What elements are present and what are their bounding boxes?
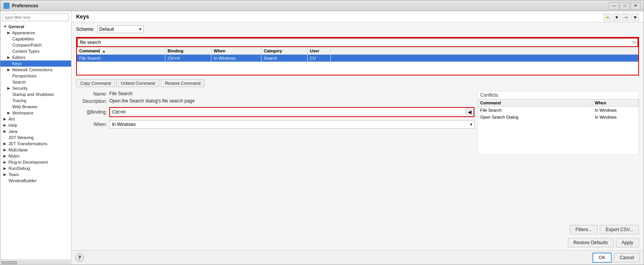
sidebar-item-content-types[interactable]: Content Types <box>0 48 71 54</box>
search-input[interactable] <box>77 38 638 47</box>
arrow-icon <box>7 92 11 96</box>
arrow-icon <box>7 99 11 102</box>
arrow-icon: ▼ <box>3 25 7 29</box>
maximize-button[interactable]: □ <box>620 2 630 10</box>
details-area: Name: File Search Description: Open the … <box>76 91 639 155</box>
sidebar-item-ant[interactable]: ▶ Ant <box>0 116 71 122</box>
sidebar-item-network-connections[interactable]: ▶ Network Connections <box>0 67 71 73</box>
conflicts-row[interactable]: File Search In Windows <box>478 107 639 114</box>
arrow-icon <box>7 80 11 84</box>
cell-when: In Windows <box>211 55 261 62</box>
cell-binding: Ctrl+H <box>165 55 211 62</box>
scrollbar-track[interactable] <box>1 261 70 264</box>
sidebar-item-general[interactable]: ▼ General <box>0 23 71 30</box>
filter-input[interactable] <box>3 13 69 21</box>
command-buttons: Copy Command Unbind Command Restore Comm… <box>76 79 639 87</box>
arrow-icon: ▶ <box>3 129 7 133</box>
minimize-button[interactable]: — <box>609 2 619 10</box>
close-button[interactable]: ✕ <box>631 2 641 10</box>
sidebar-item-windowbuilder[interactable]: WindowBuilder <box>0 178 71 184</box>
scheme-select[interactable]: Default Emacs <box>97 25 143 33</box>
restore-command-button[interactable]: Restore Command <box>161 79 205 87</box>
scheme-row: Scheme: Default Emacs ▼ <box>76 25 639 33</box>
conflicts-cell-when: In Windows <box>592 114 639 121</box>
arrow-icon: ▶ <box>3 154 7 158</box>
conflicts-table-header: Command When <box>478 99 639 107</box>
sidebar-item-search[interactable]: Search <box>0 79 71 85</box>
main-content: Scheme: Default Emacs ▼ ✏ <box>72 22 644 250</box>
sidebar-item-help[interactable]: ▶ Help <box>0 122 71 128</box>
forward-button[interactable]: ➡ <box>622 13 630 21</box>
page-title: Keys <box>76 13 89 20</box>
dropdown2-button[interactable]: ▼ <box>631 13 639 21</box>
arrow-icon: ▶ <box>7 31 11 35</box>
restore-defaults-button[interactable]: Restore Defaults <box>568 238 614 247</box>
sidebar-item-plugin-development[interactable]: ▶ Plug-in Development <box>0 159 71 165</box>
sidebar-item-perspectives[interactable]: Perspectives <box>0 73 71 79</box>
filters-button[interactable]: Filters... <box>570 225 598 234</box>
sidebar-scrollbar[interactable] <box>0 259 71 265</box>
dropdown-button[interactable]: ▼ <box>613 13 621 21</box>
scheme-selector[interactable]: Default Emacs ▼ <box>97 25 143 33</box>
app-icon <box>3 3 10 9</box>
unbind-command-button[interactable]: Unbind Command <box>116 79 159 87</box>
arrow-icon <box>3 136 7 139</box>
sidebar-item-jet-transformations[interactable]: ▶ JET Transformations <box>0 141 71 147</box>
binding-input-wrapper[interactable]: ◀ <box>109 107 474 117</box>
sidebar-item-java[interactable]: ▶ Java <box>0 128 71 134</box>
name-row: Name: File Search <box>76 91 474 97</box>
sidebar-tree: ▼ General ▶ Appearance Capabilities Comp… <box>0 23 71 259</box>
when-select-wrapper[interactable]: In Windows In Dialogs and Windows Always… <box>109 120 474 129</box>
bottom-bar: ? OK Cancel <box>72 250 644 265</box>
edit-icon: ✏ <box>632 39 637 45</box>
arrow-icon: ▶ <box>3 117 7 121</box>
scrollbar-thumb[interactable] <box>2 261 17 264</box>
when-select[interactable]: In Windows In Dialogs and Windows Always <box>109 120 474 129</box>
sidebar-item-myeclipse[interactable]: ▶ MyEclipse <box>0 147 71 153</box>
sidebar-item-jdt-weaving[interactable]: JDT Weaving <box>0 134 71 141</box>
help-button[interactable]: ? <box>75 253 84 262</box>
arrow-icon: ▶ <box>3 123 7 127</box>
sidebar-item-editors[interactable]: ▶ Editors <box>0 54 71 60</box>
sidebar-item-security[interactable]: ▶ Security <box>0 85 71 91</box>
when-row: When: In Windows In Dialogs and Windows … <box>76 120 474 129</box>
back-button[interactable]: ⬅ <box>604 13 611 21</box>
sidebar-item-mylyn[interactable]: ▶ Mylyn <box>0 153 71 159</box>
apply-button[interactable]: Apply <box>616 238 639 247</box>
binding-arrow-button[interactable]: ◀ <box>465 109 474 116</box>
main-panel: Keys ⬅ ▼ ➡ ▼ Scheme: Default Emacs <box>72 11 644 265</box>
ok-button[interactable]: OK <box>592 253 611 263</box>
sidebar-item-web-browser[interactable]: Web Browser <box>0 104 71 110</box>
sidebar-item-startup-shutdown[interactable]: Startup and Shutdown <box>0 91 71 97</box>
cancel-button[interactable]: Cancel <box>614 253 640 262</box>
arrow-icon: ▶ <box>3 160 7 164</box>
restore-defaults-row: Restore Defaults Apply <box>76 238 639 247</box>
export-csv-button[interactable]: Export CSV... <box>600 225 639 234</box>
table-row[interactable]: File Search Ctrl+H In Windows Search CU <box>77 55 638 62</box>
arrow-icon: ▶ <box>3 173 7 176</box>
sidebar-item-capabilities[interactable]: Capabilities <box>0 36 71 42</box>
sidebar-item-run-debug[interactable]: ▶ Run/Debug <box>0 165 71 171</box>
content-area: ▼ General ▶ Appearance Capabilities Comp… <box>0 11 644 265</box>
conflicts-label: Conflicts: <box>478 91 639 99</box>
sidebar-item-keys[interactable]: Keys <box>0 60 71 67</box>
arrow-icon: ▶ <box>3 142 7 146</box>
binding-input[interactable] <box>110 108 465 116</box>
conflicts-col-when: When <box>592 99 639 106</box>
copy-command-button[interactable]: Copy Command <box>76 79 115 87</box>
cell-category: Search <box>261 55 308 62</box>
name-label: Name: <box>76 91 107 97</box>
arrow-icon: ▶ <box>3 166 7 170</box>
arrow-icon: ▶ <box>7 68 11 72</box>
conflicts-body: File Search In Windows Open Search Dialo… <box>478 107 639 121</box>
sidebar-item-tracing[interactable]: Tracing <box>0 97 71 104</box>
arrow-icon: ▶ <box>7 86 11 90</box>
name-value: File Search <box>109 91 474 96</box>
sidebar-item-workspace[interactable]: ▶ Workspace <box>0 110 71 116</box>
sidebar-item-appearance[interactable]: ▶ Appearance <box>0 30 71 36</box>
conflicts-row[interactable]: Open Search Dialog In Windows <box>478 114 639 121</box>
main-header: Keys ⬅ ▼ ➡ ▼ <box>72 11 644 22</box>
sidebar-item-team[interactable]: ▶ Team <box>0 171 71 178</box>
description-row: Description: Open the Search dialog's fi… <box>76 98 474 104</box>
sidebar-item-compare-patch[interactable]: Compare/Patch <box>0 42 71 48</box>
